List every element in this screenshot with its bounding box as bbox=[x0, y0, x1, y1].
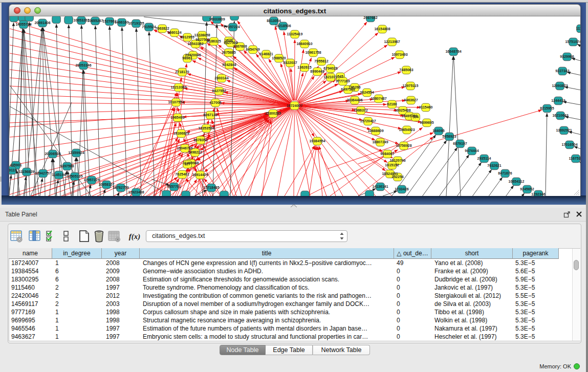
svg-text:16210643: 16210643 bbox=[552, 114, 568, 117]
svg-text:19046786: 19046786 bbox=[177, 146, 192, 150]
svg-text:12505135: 12505135 bbox=[67, 174, 82, 178]
svg-text:62160: 62160 bbox=[387, 102, 397, 106]
svg-text:9857791: 9857791 bbox=[167, 185, 181, 188]
svg-text:10025438: 10025438 bbox=[395, 108, 410, 112]
svg-text:14055724: 14055724 bbox=[15, 23, 31, 26]
svg-text:15720407: 15720407 bbox=[360, 119, 376, 123]
svg-text:10973493: 10973493 bbox=[391, 53, 407, 56]
svg-text:7955812: 7955812 bbox=[314, 59, 328, 63]
svg-text:435901: 435901 bbox=[10, 163, 21, 167]
svg-text:15718485: 15718485 bbox=[203, 186, 219, 189]
svg-text:11325419: 11325419 bbox=[287, 32, 303, 36]
svg-text:7663822: 7663822 bbox=[155, 27, 169, 30]
svg-text:8471676: 8471676 bbox=[498, 171, 512, 175]
svg-text:8813054: 8813054 bbox=[267, 19, 280, 23]
svg-text:12975115: 12975115 bbox=[403, 84, 419, 87]
svg-text:10961758: 10961758 bbox=[305, 51, 321, 54]
svg-text:3675685: 3675685 bbox=[222, 51, 235, 54]
svg-text:5322037: 5322037 bbox=[283, 61, 297, 64]
svg-text:10688609: 10688609 bbox=[367, 129, 383, 133]
svg-text:5958923: 5958923 bbox=[442, 135, 456, 138]
svg-text:9227343: 9227343 bbox=[555, 69, 569, 73]
svg-text:8267130: 8267130 bbox=[203, 113, 217, 117]
svg-text:12213369: 12213369 bbox=[170, 85, 186, 89]
svg-text:6497568: 6497568 bbox=[341, 87, 355, 91]
svg-text:12093873: 12093873 bbox=[552, 84, 568, 87]
svg-text:10719155: 10719155 bbox=[128, 21, 144, 25]
svg-text:1733426: 1733426 bbox=[395, 187, 408, 191]
svg-text:19218506: 19218506 bbox=[275, 24, 291, 28]
svg-text:1615152: 1615152 bbox=[385, 163, 399, 167]
svg-text:2087682: 2087682 bbox=[363, 16, 377, 19]
svg-text:9397588: 9397588 bbox=[60, 164, 74, 168]
svg-text:1621072: 1621072 bbox=[323, 75, 337, 79]
svg-text:29053346: 29053346 bbox=[75, 63, 91, 67]
svg-text:15751074: 15751074 bbox=[565, 40, 580, 43]
svg-text:3624554: 3624554 bbox=[360, 91, 374, 94]
svg-text:16914479: 16914479 bbox=[192, 173, 208, 177]
svg-text:6879197: 6879197 bbox=[453, 142, 467, 145]
svg-text:16782759: 16782759 bbox=[113, 186, 128, 189]
svg-text:18724007: 18724007 bbox=[287, 104, 302, 107]
svg-text:3498222: 3498222 bbox=[188, 150, 202, 154]
svg-text:7485063: 7485063 bbox=[399, 68, 413, 72]
svg-text:12213967: 12213967 bbox=[384, 40, 400, 43]
svg-text:16648784: 16648784 bbox=[445, 50, 461, 53]
svg-text:2935114: 2935114 bbox=[477, 157, 491, 160]
svg-text:6466160: 6466160 bbox=[115, 20, 128, 24]
svg-text:164095: 164095 bbox=[432, 129, 444, 133]
svg-text:127: 127 bbox=[184, 162, 190, 166]
svg-text:2718170: 2718170 bbox=[175, 70, 189, 74]
svg-text:1292346: 1292346 bbox=[531, 192, 545, 196]
svg-text:8912955: 8912955 bbox=[180, 35, 194, 39]
svg-text:17016504: 17016504 bbox=[561, 143, 577, 146]
svg-text:16033809: 16033809 bbox=[209, 17, 225, 21]
svg-text:8215955: 8215955 bbox=[540, 106, 554, 110]
svg-text:7632621: 7632621 bbox=[487, 164, 501, 167]
svg-text:1362615: 1362615 bbox=[297, 65, 311, 69]
svg-text:13692971: 13692971 bbox=[556, 128, 572, 132]
svg-text:417006: 417006 bbox=[209, 101, 221, 104]
svg-text:6794028: 6794028 bbox=[323, 67, 337, 70]
svg-text:2367608: 2367608 bbox=[233, 45, 247, 48]
svg-text:20206536: 20206536 bbox=[45, 152, 60, 156]
svg-text:8678352: 8678352 bbox=[193, 138, 207, 142]
svg-text:252254: 252254 bbox=[391, 175, 403, 179]
svg-text:18807249: 18807249 bbox=[372, 140, 388, 144]
svg-text:98961: 98961 bbox=[182, 56, 192, 60]
svg-text:10655267: 10655267 bbox=[87, 19, 103, 23]
svg-text:19654923: 19654923 bbox=[399, 128, 415, 132]
svg-text:1145194: 1145194 bbox=[52, 173, 66, 177]
svg-text:9463627: 9463627 bbox=[404, 98, 418, 102]
svg-text:13226058: 13226058 bbox=[194, 33, 210, 37]
svg-text:545: 545 bbox=[337, 75, 343, 78]
svg-text:1244419: 1244419 bbox=[551, 99, 565, 102]
svg-text:19166829: 19166829 bbox=[173, 132, 189, 135]
svg-text:2803144: 2803144 bbox=[214, 76, 228, 80]
svg-text:7515524: 7515524 bbox=[142, 25, 156, 29]
svg-text:7625402: 7625402 bbox=[175, 172, 189, 176]
svg-text:11156829: 11156829 bbox=[19, 170, 34, 173]
svg-text:16154808: 16154808 bbox=[374, 27, 390, 31]
svg-text:20364436: 20364436 bbox=[346, 98, 362, 102]
svg-text:504: 504 bbox=[412, 115, 419, 119]
svg-text:9327508: 9327508 bbox=[224, 41, 237, 45]
svg-text:16640910: 16640910 bbox=[296, 42, 312, 46]
svg-text:1965493: 1965493 bbox=[170, 116, 184, 119]
svg-text:8454749: 8454749 bbox=[246, 48, 259, 51]
svg-text:17957225: 17957225 bbox=[83, 178, 99, 182]
svg-text:11172: 11172 bbox=[576, 27, 580, 30]
svg-text:9146821: 9146821 bbox=[259, 52, 273, 56]
svg-text:12942757: 12942757 bbox=[35, 171, 51, 175]
svg-text:14136141: 14136141 bbox=[372, 185, 388, 188]
svg-text:9115460: 9115460 bbox=[419, 105, 433, 109]
svg-text:20691406: 20691406 bbox=[34, 21, 50, 25]
svg-text:1167533: 1167533 bbox=[569, 157, 580, 160]
svg-text:19384554: 19384554 bbox=[309, 139, 325, 143]
svg-text:10654112: 10654112 bbox=[509, 180, 525, 183]
svg-text:12923468: 12923468 bbox=[128, 190, 144, 194]
svg-text:9899695: 9899695 bbox=[420, 121, 433, 124]
svg-text:10107553: 10107553 bbox=[168, 100, 184, 104]
svg-text:7357224: 7357224 bbox=[226, 25, 239, 29]
svg-text:8186325: 8186325 bbox=[207, 39, 221, 43]
